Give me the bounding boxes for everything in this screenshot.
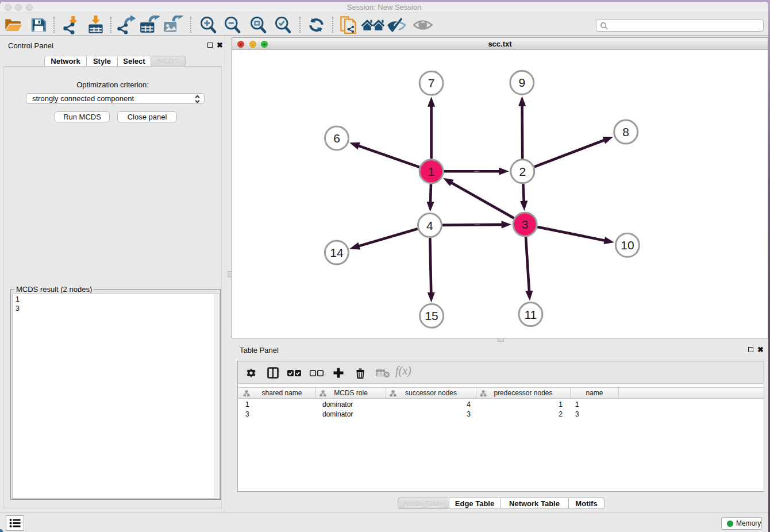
svg-text:11: 11: [524, 308, 537, 321]
svg-text:9: 9: [518, 76, 525, 89]
svg-text:15: 15: [425, 309, 438, 322]
svg-text:1: 1: [428, 165, 435, 178]
svg-text:7: 7: [428, 76, 435, 90]
svg-text:2: 2: [519, 165, 526, 178]
svg-text:14: 14: [330, 246, 344, 259]
svg-text:10: 10: [621, 238, 634, 252]
svg-text:3: 3: [522, 218, 529, 231]
svg-text:6: 6: [333, 132, 340, 145]
svg-text:8: 8: [622, 125, 629, 138]
svg-text:4: 4: [426, 219, 433, 232]
